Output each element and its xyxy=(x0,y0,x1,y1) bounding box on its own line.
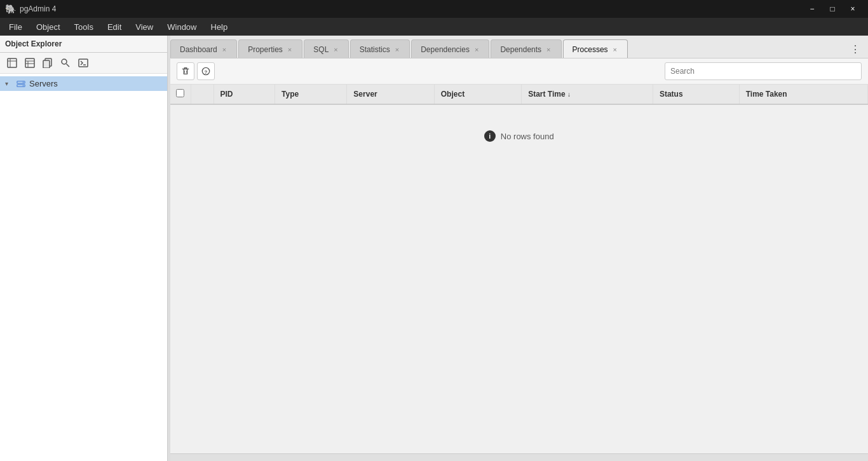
select-all-checkbox[interactable] xyxy=(176,89,184,97)
sidebar: Object Explorer xyxy=(0,36,168,461)
chevron-down-icon: ▾ xyxy=(5,80,13,87)
svg-rect-3 xyxy=(25,58,34,67)
sidebar-search-btn[interactable] xyxy=(57,55,74,71)
copy-icon xyxy=(43,58,53,68)
table-header-row: PID Type Server Object xyxy=(170,85,868,104)
tab-sql-label: SQL xyxy=(313,45,329,54)
main-split: Object Explorer xyxy=(0,36,868,461)
pid-header[interactable]: PID xyxy=(214,85,275,104)
tab-statistics-label: Statistics xyxy=(360,45,390,54)
content-area: Dashboard × Properties × SQL × Statistic… xyxy=(170,36,868,461)
status-header[interactable]: Status xyxy=(653,85,739,104)
tab-dashboard[interactable]: Dashboard × xyxy=(170,39,237,58)
sidebar-sql-btn[interactable] xyxy=(75,55,92,71)
tab-dependencies[interactable]: Dependencies × xyxy=(411,39,489,58)
tab-processes-label: Processes xyxy=(573,45,608,54)
sort-desc-icon: ↓ xyxy=(567,91,571,98)
sidebar-header: Object Explorer xyxy=(0,36,167,53)
app-icon: 🐘 xyxy=(5,4,16,14)
tree-item-servers[interactable]: ▾ Servers xyxy=(0,76,167,91)
menu-item-tools[interactable]: Tools xyxy=(68,20,100,34)
no-rows-row: i No rows found xyxy=(170,104,868,167)
tab-statistics-close[interactable]: × xyxy=(394,45,400,54)
menu-item-view[interactable]: View xyxy=(129,20,159,34)
menu-item-help[interactable]: Help xyxy=(205,20,234,34)
menu-item-file[interactable]: File xyxy=(3,20,29,34)
search-input[interactable] xyxy=(665,62,862,80)
sidebar-tree: ▾ Servers xyxy=(0,74,167,461)
sidebar-create-btn[interactable] xyxy=(4,55,20,71)
panel-toolbar: ? xyxy=(170,58,868,85)
no-rows-text: No rows found xyxy=(501,132,554,141)
trash-icon xyxy=(181,67,190,76)
tab-statistics[interactable]: Statistics × xyxy=(350,39,410,58)
type-header[interactable]: Type xyxy=(275,85,347,104)
tab-dependencies-label: Dependencies xyxy=(421,45,470,54)
titlebar-title: pgAdmin 4 xyxy=(20,4,56,13)
tree-item-label: Servers xyxy=(29,79,58,88)
tab-dependents-close[interactable]: × xyxy=(545,45,552,54)
horizontal-scrollbar[interactable] xyxy=(170,453,868,461)
object-header[interactable]: Object xyxy=(434,85,521,104)
select-all-header[interactable] xyxy=(170,85,191,104)
tab-more-button[interactable]: ⋮ xyxy=(845,41,865,58)
svg-rect-0 xyxy=(8,58,17,67)
tab-processes[interactable]: Processes × xyxy=(563,39,628,58)
menubar: File Object Tools Edit View Window Help xyxy=(0,18,868,36)
menu-item-object[interactable]: Object xyxy=(30,20,67,34)
tab-properties[interactable]: Properties × xyxy=(238,39,302,58)
menu-item-edit[interactable]: Edit xyxy=(101,20,128,34)
no-rows-message: i No rows found xyxy=(170,105,868,167)
tab-dependencies-close[interactable]: × xyxy=(473,45,480,54)
server-icon xyxy=(17,79,25,88)
tab-dashboard-label: Dashboard xyxy=(180,45,217,54)
svg-point-15 xyxy=(23,81,24,83)
svg-rect-8 xyxy=(43,60,50,68)
server-header[interactable]: Server xyxy=(347,85,434,104)
info-icon: i xyxy=(484,130,496,142)
maximize-button[interactable]: □ xyxy=(822,0,843,18)
minimize-button[interactable]: − xyxy=(802,0,822,18)
start-time-header[interactable]: Start Time ↓ xyxy=(522,85,653,104)
svg-line-10 xyxy=(67,64,70,67)
svg-point-9 xyxy=(62,59,67,64)
grid-icon xyxy=(25,58,35,68)
close-button[interactable]: × xyxy=(843,0,863,18)
processes-table-body: i No rows found xyxy=(170,104,868,167)
processes-table: PID Type Server Object xyxy=(170,85,868,167)
delete-process-button[interactable] xyxy=(177,62,194,80)
tab-processes-close[interactable]: × xyxy=(612,45,618,54)
time-taken-header[interactable]: Time Taken xyxy=(739,85,867,104)
tab-sql[interactable]: SQL × xyxy=(304,39,348,58)
help-button[interactable]: ? xyxy=(197,62,215,80)
titlebar-controls: − □ × xyxy=(802,0,863,18)
svg-text:?: ? xyxy=(205,69,208,75)
help-icon: ? xyxy=(201,67,210,76)
tab-dashboard-close[interactable]: × xyxy=(221,45,227,54)
panel-toolbar-left: ? xyxy=(177,62,215,80)
actions-header xyxy=(191,85,214,104)
sidebar-copy-btn[interactable] xyxy=(39,55,56,71)
processes-table-container: PID Type Server Object xyxy=(170,85,868,453)
search-icon xyxy=(60,58,71,68)
tab-dependents-label: Dependents xyxy=(500,45,541,54)
menu-item-window[interactable]: Window xyxy=(161,20,203,34)
tab-properties-label: Properties xyxy=(248,45,283,54)
table-icon xyxy=(7,58,17,68)
tabbar: Dashboard × Properties × SQL × Statistic… xyxy=(170,36,868,58)
tab-dependents[interactable]: Dependents × xyxy=(491,39,561,58)
tab-properties-close[interactable]: × xyxy=(287,45,293,54)
titlebar: 🐘 pgAdmin 4 − □ × xyxy=(0,0,868,18)
svg-point-16 xyxy=(23,85,24,86)
titlebar-left: 🐘 pgAdmin 4 xyxy=(5,4,56,14)
sidebar-toolbar xyxy=(0,53,167,74)
sidebar-table-btn[interactable] xyxy=(22,55,38,71)
tab-sql-close[interactable]: × xyxy=(332,45,339,54)
processes-panel: ? xyxy=(170,58,868,461)
sql-icon xyxy=(78,58,88,68)
app-body: Object Explorer xyxy=(0,36,868,461)
sidebar-header-label: Object Explorer xyxy=(5,39,62,48)
